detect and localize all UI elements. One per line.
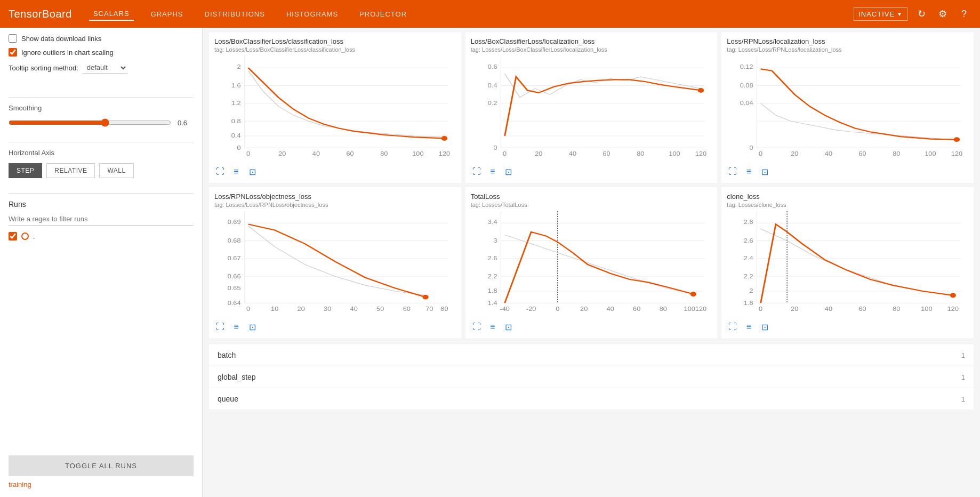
chart1-fit-icon[interactable]: ⊡ bbox=[246, 166, 258, 178]
smoothing-section: Smoothing 0.6 bbox=[9, 104, 194, 127]
smoothing-row: 0.6 bbox=[9, 118, 194, 127]
svg-text:0.66: 0.66 bbox=[228, 274, 241, 279]
svg-text:0.68: 0.68 bbox=[228, 238, 241, 243]
svg-text:20: 20 bbox=[298, 306, 305, 311]
chart3-fit-icon[interactable]: ⊡ bbox=[759, 166, 770, 178]
chart2-tag: tag: Losses/Loss/BoxClassifierLoss/local… bbox=[471, 46, 712, 53]
svg-text:120: 120 bbox=[439, 151, 450, 156]
svg-text:80: 80 bbox=[893, 151, 901, 156]
svg-text:120: 120 bbox=[695, 306, 706, 311]
svg-text:1.8: 1.8 bbox=[744, 300, 753, 306]
svg-text:50: 50 bbox=[376, 306, 384, 311]
svg-text:40: 40 bbox=[569, 151, 576, 156]
svg-point-64 bbox=[422, 295, 428, 300]
status-selector[interactable]: INACTIVE ▼ bbox=[854, 7, 907, 21]
header: TensorBoard SCALARS GRAPHS DISTRIBUTIONS… bbox=[0, 0, 980, 28]
svg-text:2.8: 2.8 bbox=[744, 220, 753, 225]
toggle-all-runs-button[interactable]: TOGGLE ALL RUNS bbox=[9, 455, 194, 476]
chart2-fit-icon[interactable]: ⊡ bbox=[503, 166, 515, 178]
svg-text:1.6: 1.6 bbox=[231, 83, 241, 88]
svg-text:100: 100 bbox=[412, 151, 423, 156]
svg-text:-40: -40 bbox=[500, 306, 509, 311]
settings-button[interactable]: ⚙ bbox=[935, 6, 950, 21]
nav-scalars[interactable]: SCALARS bbox=[89, 7, 134, 21]
svg-text:120: 120 bbox=[947, 306, 959, 311]
svg-text:0: 0 bbox=[503, 151, 507, 156]
svg-text:0: 0 bbox=[246, 306, 250, 311]
bottom-list: batch 1 global_step 1 queue 1 bbox=[209, 344, 974, 410]
bottom-item-batch-name: batch bbox=[218, 351, 236, 359]
chart3-expand-icon[interactable]: ⛶ bbox=[727, 166, 738, 178]
tooltip-select[interactable]: default bbox=[83, 62, 127, 74]
axis-label: Horizontal Axis bbox=[9, 149, 194, 157]
axis-step-button[interactable]: STEP bbox=[9, 163, 42, 178]
axis-wall-button[interactable]: WALL bbox=[99, 163, 133, 178]
help-button[interactable]: ? bbox=[957, 6, 971, 21]
chart5-data-icon[interactable]: ≡ bbox=[487, 321, 499, 333]
nav-graphs[interactable]: GRAPHS bbox=[147, 8, 188, 20]
chart4-tag: tag: Losses/Loss/RPNLoss/objectness_loss bbox=[214, 202, 456, 208]
chart4-area: 0.69 0.68 0.67 0.66 0.65 0.64 0 10 20 30… bbox=[214, 211, 456, 318]
charts-grid: Loss/BoxClassifierLoss/classification_lo… bbox=[209, 32, 974, 338]
chart-classification-loss: Loss/BoxClassifierLoss/classification_lo… bbox=[209, 32, 461, 183]
svg-text:40: 40 bbox=[825, 151, 832, 156]
smoothing-slider[interactable] bbox=[9, 118, 171, 127]
svg-text:0: 0 bbox=[750, 145, 753, 150]
svg-text:60: 60 bbox=[347, 151, 354, 156]
svg-text:30: 30 bbox=[324, 306, 331, 311]
runs-label: Runs bbox=[9, 200, 194, 209]
chart3-data-icon[interactable]: ≡ bbox=[743, 166, 754, 178]
bottom-item-queue-count: 1 bbox=[961, 395, 965, 403]
list-item-global-step: global_step 1 bbox=[209, 366, 974, 388]
chart1-data-icon[interactable]: ≡ bbox=[230, 166, 242, 178]
chart2-title: Loss/BoxClassifierLoss/localization_loss bbox=[471, 37, 712, 45]
nav-projector[interactable]: PROJECTOR bbox=[355, 8, 411, 20]
chart2-data-icon[interactable]: ≡ bbox=[487, 166, 499, 178]
chart5-title: TotalLoss bbox=[471, 193, 712, 201]
svg-text:0.2: 0.2 bbox=[487, 100, 497, 106]
ignore-outliers-checkbox[interactable] bbox=[9, 48, 17, 57]
chart4-expand-icon[interactable]: ⛶ bbox=[214, 321, 226, 333]
status-label: INACTIVE bbox=[858, 10, 895, 18]
runs-filter-input[interactable] bbox=[9, 213, 194, 226]
svg-text:0: 0 bbox=[556, 306, 559, 311]
nav-distributions[interactable]: DISTRIBUTIONS bbox=[200, 8, 269, 20]
axis-relative-button[interactable]: RELATIVE bbox=[46, 163, 95, 178]
chart4-fit-icon[interactable]: ⊡ bbox=[246, 321, 258, 333]
nav-histograms[interactable]: HISTOGRAMS bbox=[282, 8, 342, 20]
svg-text:0.6: 0.6 bbox=[487, 65, 497, 70]
smoothing-value: 0.6 bbox=[178, 119, 194, 127]
svg-text:2.6: 2.6 bbox=[744, 238, 753, 243]
list-item-queue: queue 1 bbox=[209, 388, 974, 410]
svg-text:80: 80 bbox=[893, 306, 901, 311]
list-item-batch: batch 1 bbox=[209, 344, 974, 366]
run-checkbox[interactable] bbox=[9, 232, 17, 241]
chart2-controls: ⛶ ≡ ⊡ bbox=[471, 166, 712, 178]
chart-rpn-localization: Loss/RPNLoss/localization_loss tag: Loss… bbox=[721, 32, 974, 183]
chart2-expand-icon[interactable]: ⛶ bbox=[471, 166, 483, 178]
chart5-expand-icon[interactable]: ⛶ bbox=[471, 321, 483, 333]
refresh-button[interactable]: ↻ bbox=[914, 6, 929, 21]
chart1-expand-icon[interactable]: ⛶ bbox=[214, 166, 226, 178]
svg-text:0.69: 0.69 bbox=[228, 220, 241, 225]
svg-text:1.2: 1.2 bbox=[231, 100, 241, 106]
chart6-data-icon[interactable]: ≡ bbox=[743, 321, 754, 333]
svg-text:0.67: 0.67 bbox=[228, 255, 241, 261]
chart6-area: 2.8 2.6 2.4 2.2 2 1.8 0 20 40 60 80 100 … bbox=[727, 211, 968, 318]
main-content: Loss/BoxClassifierLoss/classification_lo… bbox=[203, 28, 980, 497]
chart4-data-icon[interactable]: ≡ bbox=[230, 321, 242, 333]
svg-point-28 bbox=[697, 88, 703, 93]
app-body: Show data download links Ignore outliers… bbox=[0, 28, 980, 497]
svg-text:1.4: 1.4 bbox=[487, 300, 497, 306]
show-download-checkbox[interactable] bbox=[9, 34, 17, 43]
bottom-item-batch-count: 1 bbox=[961, 351, 965, 359]
chart1-title: Loss/BoxClassifierLoss/classification_lo… bbox=[214, 37, 456, 45]
chart5-fit-icon[interactable]: ⊡ bbox=[503, 321, 515, 333]
chart6-expand-icon[interactable]: ⛶ bbox=[727, 321, 738, 333]
chart1-controls: ⛶ ≡ ⊡ bbox=[214, 166, 456, 178]
chart6-fit-icon[interactable]: ⊡ bbox=[759, 321, 770, 333]
bottom-item-queue-name: queue bbox=[218, 395, 238, 403]
svg-text:100: 100 bbox=[684, 306, 695, 311]
svg-text:0: 0 bbox=[493, 145, 497, 150]
chart-clone-loss: clone_loss tag: Losses/clone_loss bbox=[721, 187, 974, 338]
